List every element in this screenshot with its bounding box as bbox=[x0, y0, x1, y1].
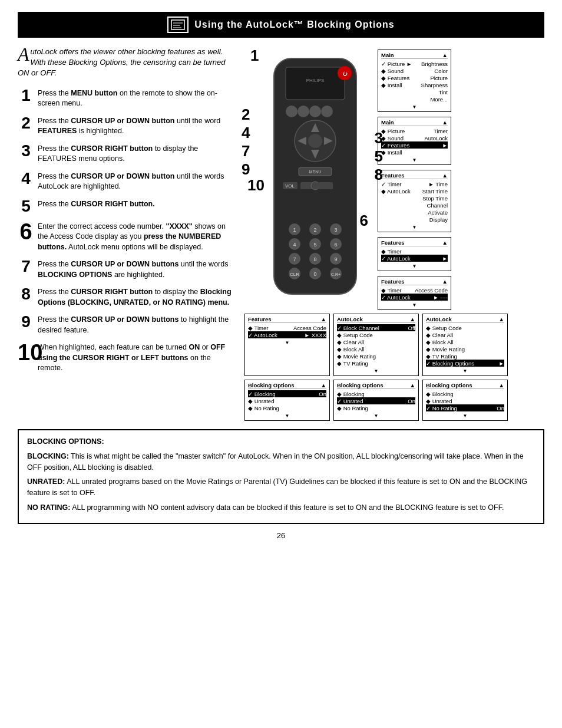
amm-title: AutoLock▲ bbox=[337, 316, 415, 323]
remote-area: 1 2479 358 10 6 PHILIPS bbox=[244, 47, 374, 310]
svg-text:9: 9 bbox=[334, 256, 337, 262]
bo3-row-unrated: ◆ Unrated bbox=[426, 397, 504, 404]
bo2-row-norating: ◆ No Rating bbox=[337, 404, 415, 411]
features-autolock-menu: Features▲ ◆ Timer ✓ AutoLock► ▼ bbox=[378, 237, 451, 271]
bo3-row-norating: ✓ No RatingOn bbox=[426, 404, 504, 411]
fm-row-autolock: ◆ AutoLockStart Time bbox=[381, 187, 448, 195]
callout-2: 2479 bbox=[242, 106, 250, 179]
mfm-row-picture: ◆ PictureTimer bbox=[381, 127, 448, 134]
fam-title: Features▲ bbox=[381, 239, 448, 246]
callout-3: 358 bbox=[375, 129, 383, 184]
fm-row-activate: Activate bbox=[381, 209, 448, 216]
step-text-4: Press the CURSOR UP or DOWN button until… bbox=[38, 170, 236, 192]
aam-row-autolock-sel: ✓ AutoLock► ---- bbox=[381, 294, 448, 301]
abm-row-movie: ◆ Movie Rating bbox=[426, 345, 504, 353]
svg-point-16 bbox=[297, 106, 309, 117]
drop-cap: A bbox=[18, 47, 29, 62]
main-menu-row-features: ◆ FeaturesPicture bbox=[381, 74, 448, 81]
features-xxxx-menu: Features▲ ◆ TimerAccess Code ✓ AutoLock►… bbox=[244, 314, 330, 376]
fam-arrow-down: ▼ bbox=[381, 263, 448, 269]
right-column: 1 2479 358 10 6 PHILIPS bbox=[244, 47, 544, 421]
svg-point-24 bbox=[311, 182, 319, 190]
amm-row-movie: ◆ Movie Rating bbox=[337, 353, 415, 360]
main-menu-row-sound: ◆ SoundColor bbox=[381, 67, 448, 74]
svg-text:MENU: MENU bbox=[309, 170, 322, 174]
main-menu-arrow-down: ▼ bbox=[381, 104, 448, 110]
step-num-7: 7 bbox=[18, 258, 34, 275]
remote-svg: PHILIPS MENU bbox=[256, 52, 374, 300]
step-num-6: 6 bbox=[18, 220, 34, 243]
info-blocking-para: BLOCKING: This is what might be called t… bbox=[27, 451, 535, 473]
step-7: 7 Press the CURSOR UP or DOWN buttons un… bbox=[18, 258, 236, 280]
amm-row-setup: ◆ Setup Code bbox=[337, 331, 415, 338]
fm-row-channel: Channel bbox=[381, 202, 448, 209]
bo1-row-unrated: ◆ Unrated bbox=[248, 397, 326, 404]
callout-10: 10 bbox=[247, 176, 265, 195]
abm-row-blockall: ◆ Block All bbox=[426, 338, 504, 345]
fm-arrow-down: ▼ bbox=[381, 225, 448, 230]
fxm-arrow-down: ▼ bbox=[248, 340, 326, 345]
aam-title: Features▲ bbox=[381, 278, 448, 285]
main-features-title: Main▲ bbox=[381, 119, 448, 126]
step-3: 3 Press the CURSOR RIGHT button to displ… bbox=[18, 143, 236, 164]
step-2: 2 Press the CURSOR UP or DOWN button unt… bbox=[18, 115, 236, 137]
bo1-row-blocking: ✓ BlockingOn bbox=[248, 390, 326, 397]
bo2-arrow-down: ▼ bbox=[337, 413, 415, 419]
diagram-area: 1 2479 358 10 6 PHILIPS bbox=[244, 47, 544, 310]
step-4: 4 Press the CURSOR UP or DOWN button unt… bbox=[18, 170, 236, 192]
abm-arrow-down: ▼ bbox=[426, 368, 504, 374]
step-text-10: When highlighted, each feature can be tu… bbox=[38, 341, 236, 374]
info-unrated-para: UNRATED: ALL unrated programs based on t… bbox=[27, 476, 535, 499]
svg-text:VOL: VOL bbox=[285, 183, 295, 189]
fm-row-timer: ✓ Timer► Time bbox=[381, 180, 448, 187]
autolock-blocking-menu: AutoLock▲ ◆ Setup Code ◆ Clear All ◆ Blo… bbox=[422, 314, 508, 376]
fm-row-display: Display bbox=[381, 216, 448, 223]
svg-text:PHILIPS: PHILIPS bbox=[306, 78, 325, 83]
header-title: Using the AutoLock™ Blocking Options bbox=[194, 19, 394, 30]
bo1-row-norating: ◆ No Rating bbox=[248, 404, 326, 411]
step-text-7: Press the CURSOR UP or DOWN buttons unti… bbox=[38, 258, 236, 280]
info-title: BLOCKING OPTIONS: bbox=[27, 436, 535, 447]
amm-row-blockall: ◆ Block All bbox=[337, 345, 415, 353]
step-num-5: 5 bbox=[18, 198, 34, 215]
step-num-3: 3 bbox=[18, 143, 34, 159]
unrated-on-menu: Blocking Options▲ ◆ Blocking ✓ UnratedOn… bbox=[333, 380, 419, 421]
main-menu-title: Main ▲ bbox=[381, 52, 448, 59]
fxm-title: Features▲ bbox=[248, 316, 326, 323]
bo2-row-unrated: ✓ UnratedOn bbox=[337, 397, 415, 404]
svg-text:0: 0 bbox=[313, 271, 316, 277]
svg-point-12 bbox=[308, 134, 322, 148]
amm-arrow-down: ▼ bbox=[337, 368, 415, 374]
svg-point-15 bbox=[286, 106, 297, 117]
step-num-1: 1 bbox=[18, 87, 34, 104]
bo1-title: Blocking Options▲ bbox=[248, 382, 326, 389]
info-norating-para: NO RATING: ALL programming with NO conte… bbox=[27, 502, 535, 513]
svg-text:⏻: ⏻ bbox=[342, 71, 348, 77]
step-num-10: 10 bbox=[18, 341, 34, 364]
page-number: 26 bbox=[18, 531, 544, 540]
svg-text:8: 8 bbox=[313, 256, 316, 262]
menu-pair-1: Main ▲ ✓ Picture ►Brightness ◆ SoundColo… bbox=[378, 50, 451, 112]
svg-text:4: 4 bbox=[293, 242, 296, 248]
blocking-on-menu: Blocking Options▲ ✓ BlockingOn ◆ Unrated… bbox=[244, 380, 330, 421]
autolock-main-menu: AutoLock▲ ✓ Block ChannelOff ◆ Setup Cod… bbox=[333, 314, 419, 376]
bo1-arrow-down: ▼ bbox=[248, 413, 326, 419]
aam-arrow-down: ▼ bbox=[381, 302, 448, 308]
step-5: 5 Press the CURSOR RIGHT button. bbox=[18, 198, 236, 215]
amm-row-block-channel: ✓ Block ChannelOff bbox=[337, 324, 415, 331]
svg-text:5: 5 bbox=[313, 242, 316, 248]
autolock-access-menu: Features▲ ◆ TimerAccess Code ✓ AutoLock►… bbox=[378, 276, 451, 310]
svg-text:6: 6 bbox=[334, 242, 337, 248]
norating-on-menu: Blocking Options▲ ◆ Blocking ◆ Unrated ✓… bbox=[422, 380, 508, 421]
step-text-6: Enter the correct access code number. "X… bbox=[38, 220, 236, 253]
main-features-menu: Main▲ ◆ PictureTimer ◆ SoundAutoLock ✓ F… bbox=[378, 117, 451, 165]
bo3-title: Blocking Options▲ bbox=[426, 382, 504, 389]
step-num-8: 8 bbox=[18, 286, 34, 302]
fam-row-timer: ◆ Timer bbox=[381, 248, 448, 255]
callout-1: 1 bbox=[250, 47, 259, 65]
aam-row-timer: ◆ TimerAccess Code bbox=[381, 286, 448, 294]
page-header: Using the AutoLock™ Blocking Options bbox=[18, 12, 544, 38]
abm-title: AutoLock▲ bbox=[426, 316, 504, 323]
svg-rect-25 bbox=[318, 182, 333, 189]
step-1: 1 Press the MENU button on the remote to… bbox=[18, 87, 236, 109]
